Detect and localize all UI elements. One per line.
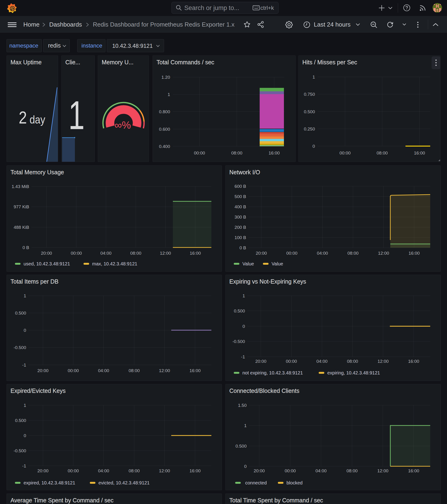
svg-text:-0.500: -0.500 — [14, 448, 26, 453]
svg-text:-0.500: -0.500 — [232, 339, 245, 344]
svg-text:∞%: ∞% — [115, 119, 131, 131]
svg-text:12:00: 12:00 — [378, 251, 389, 256]
svg-text:20:00: 20:00 — [256, 251, 267, 256]
svg-text:00:00: 00:00 — [71, 251, 82, 256]
svg-text:0: 0 — [244, 464, 247, 469]
svg-text:1.50: 1.50 — [238, 403, 247, 408]
svg-text:-1: -1 — [241, 354, 245, 359]
svg-text:0.750: 0.750 — [304, 92, 315, 97]
svg-text:-1: -1 — [22, 362, 26, 367]
svg-text:20:00: 20:00 — [255, 359, 266, 364]
svg-text:16:00: 16:00 — [190, 368, 201, 373]
svg-text:expiring, 10.42.3.48:9121: expiring, 10.42.3.48:9121 — [327, 370, 380, 375]
svg-text:12:00: 12:00 — [377, 359, 389, 364]
svg-text:blocked: blocked — [287, 480, 303, 485]
svg-text:12:00: 12:00 — [377, 468, 389, 473]
svg-text:08:00: 08:00 — [347, 359, 358, 364]
svg-text:0.600: 0.600 — [159, 127, 170, 132]
svg-text:12:00: 12:00 — [160, 251, 171, 256]
svg-text:1: 1 — [168, 92, 170, 97]
svg-text:Value: Value — [242, 261, 254, 266]
svg-text:0: 0 — [23, 433, 26, 438]
svg-text:1: 1 — [242, 293, 245, 298]
svg-text:2 day: 2 day — [19, 108, 45, 127]
svg-text:16:00: 16:00 — [269, 150, 280, 155]
svg-text:500 B: 500 B — [234, 194, 246, 199]
svg-text:08:00: 08:00 — [347, 468, 358, 473]
svg-text:04:00: 04:00 — [100, 251, 112, 256]
svg-text:evicted, 10.42.3.48:9121: evicted, 10.42.3.48:9121 — [98, 480, 150, 485]
svg-text:16:00: 16:00 — [414, 150, 425, 155]
svg-text:600 B: 600 B — [234, 184, 246, 189]
svg-text:16:00: 16:00 — [408, 359, 419, 364]
svg-text:0.500: 0.500 — [15, 311, 26, 316]
svg-text:1.43 MiB: 1.43 MiB — [12, 184, 29, 189]
svg-text:16:00: 16:00 — [408, 251, 420, 256]
svg-text:04:00: 04:00 — [315, 468, 327, 473]
svg-text:used, 10.42.3.48:9121: used, 10.42.3.48:9121 — [23, 261, 70, 266]
svg-text:00:00: 00:00 — [285, 468, 296, 473]
svg-text:0.250: 0.250 — [304, 126, 315, 131]
svg-text:08:00: 08:00 — [130, 251, 141, 256]
svg-text:1: 1 — [23, 403, 26, 408]
svg-text:20:00: 20:00 — [37, 368, 49, 373]
svg-text:1: 1 — [68, 93, 85, 138]
svg-text:0 B: 0 B — [22, 245, 29, 250]
svg-text:0.500: 0.500 — [235, 444, 247, 449]
svg-text:0 B: 0 B — [239, 245, 246, 250]
svg-text:0.500: 0.500 — [234, 308, 245, 313]
svg-text:08:00: 08:00 — [377, 150, 388, 155]
svg-text:400 B: 400 B — [234, 204, 246, 209]
svg-text:00:00: 00:00 — [339, 150, 351, 155]
svg-text:16:00: 16:00 — [408, 468, 419, 473]
svg-text:20:00: 20:00 — [37, 468, 49, 473]
svg-text:0.500: 0.500 — [304, 109, 315, 114]
svg-text:-0.500: -0.500 — [14, 345, 26, 350]
svg-text:12:00: 12:00 — [159, 368, 170, 373]
svg-text:20:00: 20:00 — [253, 468, 265, 473]
svg-text:00:00: 00:00 — [286, 359, 297, 364]
svg-text:1.20: 1.20 — [161, 75, 170, 80]
svg-text:977 KiB: 977 KiB — [14, 204, 29, 209]
svg-text:0: 0 — [23, 328, 26, 333]
svg-text:0.800: 0.800 — [159, 109, 170, 114]
svg-text:100 B: 100 B — [234, 235, 246, 240]
svg-text:0: 0 — [312, 144, 315, 149]
svg-text:488 KiB: 488 KiB — [14, 225, 29, 230]
svg-text:12:00: 12:00 — [159, 468, 170, 473]
svg-text:not expiring, 10.42.3.48:9121: not expiring, 10.42.3.48:9121 — [242, 370, 303, 375]
svg-text:04:00: 04:00 — [98, 468, 109, 473]
svg-text:connected: connected — [245, 480, 267, 485]
svg-text:1: 1 — [244, 423, 247, 428]
svg-text:16:00: 16:00 — [190, 251, 201, 256]
svg-text:08:00: 08:00 — [231, 150, 242, 155]
svg-text:04:00: 04:00 — [98, 368, 109, 373]
svg-text:04:00: 04:00 — [316, 359, 328, 364]
svg-text:200 B: 200 B — [234, 225, 246, 230]
svg-text:0: 0 — [242, 324, 245, 329]
svg-text:00:00: 00:00 — [286, 251, 297, 256]
svg-text:08:00: 08:00 — [129, 468, 140, 473]
svg-text:1: 1 — [312, 74, 315, 79]
svg-text:-1: -1 — [22, 464, 26, 468]
svg-text:00:00: 00:00 — [68, 468, 79, 473]
svg-text:1: 1 — [23, 293, 26, 298]
svg-text:08:00: 08:00 — [347, 251, 359, 256]
svg-text:16:00: 16:00 — [190, 468, 201, 473]
svg-text:expired, 10.42.3.48:9121: expired, 10.42.3.48:9121 — [23, 480, 75, 485]
svg-text:00:00: 00:00 — [194, 150, 205, 155]
svg-text:0.400: 0.400 — [159, 144, 170, 149]
svg-text:0.500: 0.500 — [15, 418, 26, 423]
svg-text:04:00: 04:00 — [317, 251, 328, 256]
svg-text:08:00: 08:00 — [129, 368, 140, 373]
svg-text:00:00: 00:00 — [68, 368, 79, 373]
svg-text:max, 10.42.3.48:9121: max, 10.42.3.48:9121 — [92, 261, 137, 266]
svg-text:300 B: 300 B — [234, 215, 246, 219]
svg-text:20:00: 20:00 — [41, 251, 52, 256]
svg-text:Value: Value — [272, 261, 283, 266]
